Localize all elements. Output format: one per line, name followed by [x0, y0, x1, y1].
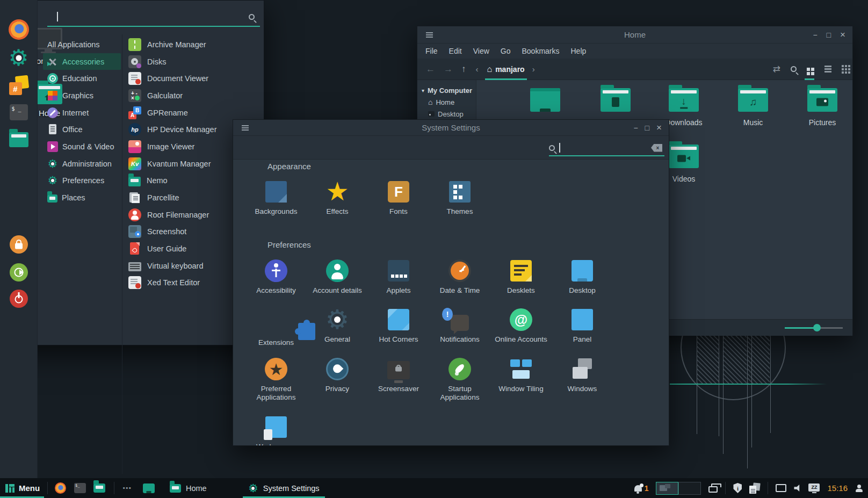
app-document-viewer[interactable]: Document Viewer — [128, 70, 261, 87]
menu-view[interactable]: View — [473, 47, 489, 55]
maximize-button[interactable]: □ — [827, 31, 831, 39]
search-icon[interactable] — [791, 66, 797, 72]
list-view-icon[interactable] — [824, 66, 831, 67]
folder-desktop[interactable] — [516, 88, 575, 118]
grid-view-button[interactable] — [807, 59, 814, 80]
category-sound-video[interactable]: Sound & Video — [43, 138, 121, 155]
settings-tile-applets[interactable]: Applets — [368, 259, 429, 295]
hamburger-icon[interactable] — [242, 127, 249, 128]
category-education[interactable]: Education — [43, 70, 121, 87]
folder-pictures[interactable]: Pictures — [793, 88, 852, 127]
hamburger-icon[interactable] — [426, 34, 433, 35]
category-graphics[interactable]: Graphics — [43, 87, 121, 104]
sidebar-item-desktop[interactable]: Desktop — [417, 108, 476, 120]
settings-search[interactable]: × — [549, 139, 664, 156]
close-button[interactable]: × — [840, 30, 845, 39]
clock[interactable]: 15:16 — [827, 483, 848, 493]
files-icon[interactable] — [9, 132, 28, 147]
fm-titlebar[interactable]: Home − □ × — [417, 26, 852, 44]
workspace-1[interactable] — [656, 482, 678, 495]
settings-tile-preferred-applications[interactable]: ★ Preferred Applications — [245, 357, 307, 402]
screensaver-inhibit-icon[interactable]: ZZ — [808, 483, 820, 493]
menu-edit[interactable]: Edit — [449, 47, 462, 55]
clipboard-icon[interactable] — [749, 483, 760, 494]
back-icon[interactable]: ← — [426, 64, 435, 74]
terminal-icon[interactable]: $ _ — [10, 104, 28, 120]
minimize-button[interactable]: − — [813, 31, 817, 39]
app-gprename[interactable]: AB GPRename — [128, 104, 261, 121]
launcher-files[interactable] — [93, 478, 105, 498]
launcher-terminal[interactable]: $_ — [74, 478, 86, 498]
menu-bookmarks[interactable]: Bookmarks — [522, 47, 559, 55]
settings-tile-screensaver[interactable]: Screensaver — [368, 357, 429, 402]
settings-tile-accessibility[interactable]: Accessibility — [245, 259, 307, 295]
settings-tile-themes[interactable]: Themes — [429, 180, 490, 216]
task-system-settings[interactable]: ⚙ System Settings — [243, 478, 325, 498]
firewall-shield-icon[interactable]: i — [733, 483, 742, 493]
task-home[interactable]: Home — [170, 478, 207, 498]
settings-gear-icon[interactable]: ⚙ — [8, 47, 30, 69]
settings-tile-date-time[interactable]: Date & Time — [429, 259, 490, 295]
menu-search-input[interactable] — [47, 8, 260, 27]
workspace-switcher[interactable] — [656, 482, 701, 495]
zoom-slider[interactable] — [785, 324, 843, 331]
menu-help[interactable]: Help — [571, 47, 587, 55]
window-group-dots[interactable]: ⋯ — [122, 478, 132, 498]
minimize-button[interactable]: − — [633, 124, 638, 132]
settings-tile-desktop[interactable]: Desktop — [552, 259, 613, 295]
launcher-firefox[interactable] — [55, 478, 66, 498]
settings-tile-extensions[interactable]: Extensions — [245, 308, 307, 347]
settings-tile-window-tiling[interactable]: Window Tiling — [490, 357, 552, 402]
settings-tile-notifications[interactable]: ! Notifications — [429, 308, 490, 347]
app-galculator[interactable]: + -× Galculator — [128, 87, 261, 104]
settings-tile-fonts[interactable]: F Fonts — [368, 180, 429, 216]
close-button[interactable]: × — [656, 123, 662, 132]
app-archive-manager[interactable]: Archive Manager — [128, 36, 261, 53]
settings-tile-panel[interactable]: Panel — [552, 308, 613, 347]
settings-tile-startup-applications[interactable]: Startup Applications — [429, 357, 490, 402]
folder-music[interactable]: ♫ Music — [724, 88, 783, 127]
up-icon[interactable]: ↑ — [461, 64, 466, 74]
settings-tile-workspaces[interactable]: Workspaces — [245, 415, 307, 446]
menu-file[interactable]: File — [425, 47, 438, 55]
breadcrumb-right-icon[interactable]: › — [532, 65, 535, 73]
lock-screen-button[interactable] — [10, 235, 28, 254]
settings-tile-desklets[interactable]: Desklets — [490, 259, 552, 295]
category-places[interactable]: Places — [43, 189, 121, 206]
menu-button[interactable]: Menu — [0, 478, 48, 498]
menu-go[interactable]: Go — [501, 47, 511, 55]
shutdown-button[interactable] — [10, 290, 28, 308]
logout-button[interactable] — [10, 263, 28, 282]
firefox-icon[interactable] — [9, 19, 29, 40]
forward-icon[interactable]: → — [444, 64, 453, 74]
window-list-icon[interactable] — [708, 486, 718, 493]
settings-tile-online-accounts[interactable]: @ Online Accounts — [490, 308, 552, 347]
compact-view-icon[interactable] — [842, 65, 844, 67]
sidebar-root[interactable]: ▾ My Computer — [417, 84, 476, 96]
display-icon[interactable] — [776, 484, 786, 492]
category-preferences[interactable]: ⚙ Preferences — [43, 172, 121, 190]
notification-applet[interactable]: 1 — [634, 484, 649, 493]
expander-icon[interactable]: ▾ — [422, 88, 424, 93]
category-accessories[interactable]: Accessories — [43, 53, 121, 70]
breadcrumb-left-icon[interactable]: ‹ — [476, 65, 479, 73]
zoom-slider-handle[interactable] — [813, 324, 821, 331]
settings-tile-backgrounds[interactable]: Backgrounds — [245, 180, 307, 216]
settings-tile-general[interactable]: ⚙ General — [307, 308, 368, 347]
settings-tile-privacy[interactable]: Privacy — [307, 357, 368, 402]
category-office[interactable]: Office — [43, 121, 121, 138]
settings-tile-windows[interactable]: Windows — [552, 357, 613, 402]
app-disks[interactable]: Disks — [128, 53, 261, 70]
settings-titlebar[interactable]: System Settings − □ × — [233, 120, 669, 136]
sidebar-item-home[interactable]: ⌂ Home — [417, 96, 476, 108]
show-desktop-icon[interactable] — [143, 478, 155, 498]
category-all-applications[interactable]: All Applications — [43, 36, 121, 53]
folder-documents[interactable] — [586, 88, 645, 118]
maximize-button[interactable]: □ — [645, 124, 649, 132]
category-internet[interactable]: Internet — [43, 104, 121, 121]
workspace-2[interactable] — [678, 482, 701, 495]
software-manager-icon[interactable]: # — [9, 75, 29, 96]
settings-tile-account-details[interactable]: Account details — [307, 259, 368, 295]
user-icon[interactable] — [855, 485, 863, 492]
breadcrumb[interactable]: ⌂ manjaro — [485, 59, 527, 80]
